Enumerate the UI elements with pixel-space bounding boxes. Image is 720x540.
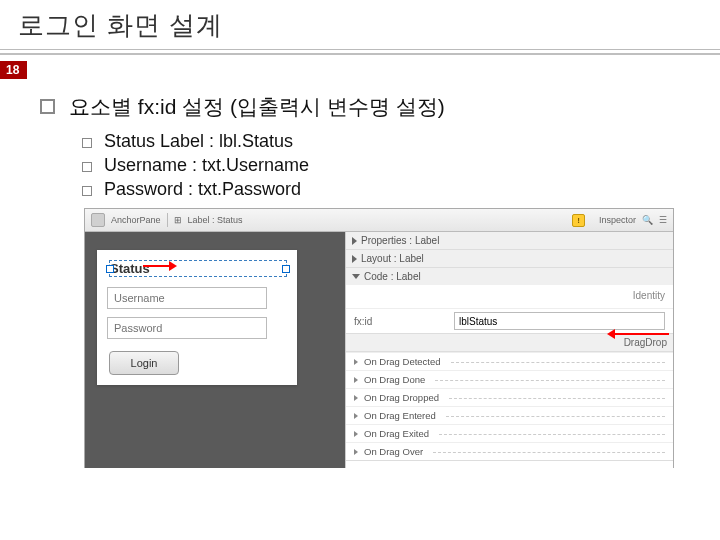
divider [0, 49, 720, 50]
lvl2-text: Username : txt.Username [104, 155, 309, 176]
chevron-down-icon [352, 274, 360, 279]
breadcrumb-glyph: ⊞ [174, 215, 182, 225]
bullet-outline-icon [40, 99, 55, 114]
section-code: Code : Label Identity fx:id DragDrop On … [346, 268, 673, 461]
anchorpane-icon [91, 213, 105, 227]
event-name: On Drag Detected [364, 356, 441, 367]
screenshot-editor: AnchorPane ⊞ Label : Status ! Inspector … [84, 208, 674, 468]
lvl2-text: Status Label : lbl.Status [104, 131, 293, 152]
content: 요소별 fx:id 설정 (입출력시 변수명 설정) Status Label … [0, 79, 720, 468]
divider [449, 397, 665, 399]
divider [435, 379, 665, 381]
section-header-properties[interactable]: Properties : Label [346, 232, 673, 249]
warning-icon: ! [572, 214, 585, 227]
page-title: 로그인 화면 설계 [18, 10, 223, 40]
chevron-right-icon [354, 449, 358, 455]
editor-toolbar: AnchorPane ⊞ Label : Status ! Inspector … [85, 209, 673, 232]
dragdrop-label: DragDrop [346, 333, 673, 352]
resize-handle-icon[interactable] [282, 265, 290, 273]
section-header-layout[interactable]: Layout : Label [346, 250, 673, 267]
sub-list: Status Label : lbl.Status Username : txt… [82, 131, 690, 200]
breadcrumb-label[interactable]: Label : Status [188, 215, 243, 225]
chevron-right-icon [354, 359, 358, 365]
list-item: Status Label : lbl.Status [82, 131, 690, 152]
event-list: On Drag Detected On Drag Done On Drag Dr… [346, 352, 673, 460]
section-body-identity: Identity [346, 285, 673, 308]
chevron-right-icon [352, 255, 357, 263]
event-name: On Drag Dropped [364, 392, 439, 403]
annotation-arrow-icon [143, 265, 169, 267]
divider [433, 451, 665, 453]
bullet-small-icon [82, 186, 92, 196]
status-label-selected[interactable]: Status [109, 260, 287, 277]
section-properties: Properties : Label [346, 232, 673, 250]
search-icon[interactable]: 🔍 [642, 215, 653, 225]
page-number-badge: 18 [0, 61, 27, 79]
title-row: 로그인 화면 설계 [0, 0, 720, 49]
chevron-right-icon [354, 431, 358, 437]
section-header-code[interactable]: Code : Label [346, 268, 673, 285]
divider [439, 433, 665, 435]
chevron-right-icon [352, 237, 357, 245]
chevron-right-icon [354, 395, 358, 401]
password-field[interactable] [107, 317, 267, 339]
chevron-right-icon [354, 377, 358, 383]
inspector-label: Inspector [599, 215, 636, 225]
event-name: On Drag Done [364, 374, 425, 385]
breadcrumb-anchorpane[interactable]: AnchorPane [111, 215, 161, 225]
lvl1-text: 요소별 fx:id 설정 (입출력시 변수명 설정) [69, 93, 445, 121]
resize-handle-icon[interactable] [106, 265, 114, 273]
fxid-label: fx:id [354, 316, 454, 327]
annotation-arrow-icon [615, 333, 669, 335]
fxid-row: fx:id [346, 308, 673, 333]
event-name: On Drag Over [364, 446, 423, 457]
lvl2-text: Password : txt.Password [104, 179, 301, 200]
login-button[interactable]: Login [109, 351, 179, 375]
toolbar-right: Inspector 🔍 ☰ [599, 215, 667, 225]
event-name: On Drag Exited [364, 428, 429, 439]
event-name: On Drag Entered [364, 410, 436, 421]
event-row[interactable]: On Drag Detected [346, 352, 673, 370]
username-field[interactable] [107, 287, 267, 309]
section-title: Properties : Label [361, 235, 439, 246]
chevron-right-icon [354, 413, 358, 419]
properties-panel: Properties : Label Layout : Label Code :… [345, 232, 673, 468]
identity-label: Identity [354, 289, 665, 304]
event-row[interactable]: On Drag Exited [346, 424, 673, 442]
event-row[interactable]: On Drag Dropped [346, 388, 673, 406]
list-item: Password : txt.Password [82, 179, 690, 200]
section-layout: Layout : Label [346, 250, 673, 268]
bullet-small-icon [82, 162, 92, 172]
divider [446, 415, 665, 417]
bullet-small-icon [82, 138, 92, 148]
event-row[interactable]: On Drag Over [346, 442, 673, 460]
divider [451, 361, 665, 363]
design-canvas[interactable]: Status Login [85, 232, 345, 468]
list-item: Username : txt.Username [82, 155, 690, 176]
divider [0, 53, 720, 55]
section-title: Layout : Label [361, 253, 424, 264]
status-text: Status [110, 261, 150, 276]
event-row[interactable]: On Drag Entered [346, 406, 673, 424]
event-row[interactable]: On Drag Done [346, 370, 673, 388]
menu-icon[interactable]: ☰ [659, 215, 667, 225]
divider [167, 213, 168, 227]
fxid-input[interactable] [454, 312, 665, 330]
list-item: 요소별 fx:id 설정 (입출력시 변수명 설정) [40, 93, 690, 121]
slide: 로그인 화면 설계 18 요소별 fx:id 설정 (입출력시 변수명 설정) … [0, 0, 720, 540]
login-form: Status Login [97, 250, 297, 385]
section-title: Code : Label [364, 271, 421, 282]
